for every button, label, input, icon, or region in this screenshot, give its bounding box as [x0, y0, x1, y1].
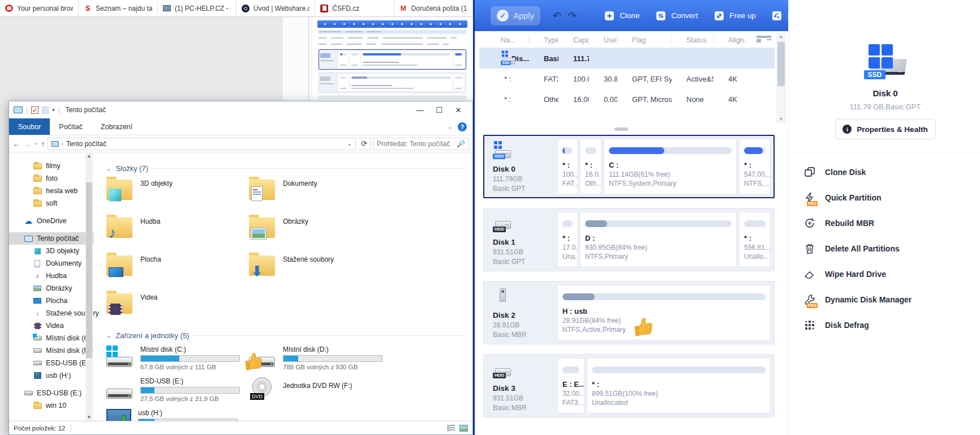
scroll-down-icon[interactable]: ▼ — [85, 414, 93, 421]
nav-item-esd-usb-e[interactable]: ESD-USB (E:) — [9, 357, 94, 369]
partition-cell[interactable]: * : 100.... FAT... — [557, 139, 578, 194]
nav-item-hudba[interactable]: ♪Hudba — [9, 270, 94, 282]
up-button[interactable]: ↑ — [41, 139, 45, 148]
tab-pocitac[interactable]: Počítač — [50, 118, 92, 135]
thumbnail-view-icon[interactable] — [459, 425, 468, 432]
col-flag[interactable]: Flag — [617, 36, 672, 45]
nav-item-win-10[interactable]: win 10 — [9, 399, 94, 412]
col-capacity[interactable]: Capa... — [558, 36, 589, 45]
nav-item-disk-c[interactable]: Místní disk (C:) — [9, 332, 94, 344]
table-header[interactable]: Na... Type Capa... Used... Flag Status A… — [479, 33, 775, 48]
col-align[interactable]: Align... — [713, 36, 746, 45]
menu-delete-all-partitions[interactable]: Delete All Partitions — [803, 236, 980, 261]
disk3-box[interactable]: HDD Disk 3 931.51GB Basic MBR E : E... 3… — [483, 354, 775, 417]
column-layout-icon[interactable] — [757, 36, 771, 45]
nav-item-plocha[interactable]: Plocha — [9, 295, 94, 307]
menu-clone-disk[interactable]: Clone Disk — [803, 159, 980, 185]
disk2-box[interactable]: Disk 2 28.91GB Basic MBR H : usb 28.91GB… — [483, 281, 775, 344]
properties-health-button[interactable]: i Properties & Health — [835, 119, 936, 139]
menu-disk-defrag[interactable]: Disk Defrag — [803, 312, 980, 338]
scrollbar-thumb[interactable] — [86, 182, 92, 358]
nav-item-disk-d[interactable]: Místní disk (D:) — [9, 344, 94, 357]
partition-cell[interactable]: * : 16.0... Oth... — [580, 139, 601, 194]
maximize-button[interactable]: ☐ — [429, 106, 449, 114]
scroll-up-icon[interactable]: ▲ — [85, 153, 93, 160]
nav-item-soft[interactable]: soft — [9, 197, 94, 210]
partition-cell[interactable]: * : 17.0... Una... — [557, 212, 578, 267]
minimize-button[interactable]: — — [410, 106, 429, 114]
folder-tile-3d-objekty[interactable]: 3D objekty — [106, 178, 249, 216]
disk0-box[interactable]: SSD Disk 0 111.79GB Basic GPT * : 100...… — [483, 135, 775, 198]
partition-cell[interactable]: * : 547.00... NTFS,... — [739, 139, 771, 194]
nav-scrollbar[interactable]: ▲ ▼ — [85, 153, 93, 421]
partition-cell-e[interactable]: E : E... 32.00... FAT3... — [557, 358, 584, 413]
browser-tab[interactable]: ČSFD.cz — [315, 0, 394, 16]
partition-cell[interactable]: * : 899.51GB(100% free) Unallocated — [587, 358, 771, 413]
drive-tile-f-dvd[interactable]: DVD Jednotka DVD RW (F:) — [249, 377, 392, 409]
address-dropdown-caret[interactable]: ⌄ — [347, 140, 352, 147]
convert-button[interactable]: Convert — [655, 10, 698, 22]
breadcrumb[interactable]: Tento počítač — [66, 140, 106, 148]
drive-tile-d[interactable]: Místní disk (D:) 788 GB volných z 930 GB — [249, 346, 392, 377]
devices-group-header[interactable]: ⌄ Zařízení a jednotky (5) — [106, 331, 472, 340]
new-folder-quick-icon[interactable] — [42, 106, 49, 114]
disk1-box[interactable]: HDD Disk 1 931.51GB Basic GPT * : 17.0..… — [483, 208, 775, 271]
folder-tile-stazene-soubory[interactable]: ⬇ Stažené soubory — [249, 254, 392, 292]
nav-item-foto[interactable]: foto — [9, 172, 94, 185]
col-status[interactable]: Status — [672, 36, 713, 45]
folder-tile-videa[interactable]: Videa — [106, 292, 249, 330]
drive-tile-e[interactable]: ESD-USB (E:) 27,5 GB volných z 31,9 GB — [106, 377, 249, 409]
tab-soubor[interactable]: Soubor — [9, 118, 50, 135]
col-used[interactable]: Used... — [589, 36, 617, 45]
explorer-title-bar[interactable]: | ✓ ▾ | Tento počítač — ☐ ✕ — [9, 101, 472, 118]
menu-dynamic-disk-manager[interactable]: PRO Dynamic Disk Manager — [803, 287, 980, 312]
browser-tab[interactable]: (1) PC-HELP.CZ - O... — [158, 0, 237, 16]
forward-button[interactable]: → — [24, 139, 32, 148]
address-bar[interactable]: › Tento počítač ⌄ — [48, 138, 356, 150]
folder-tile-hudba[interactable]: ♪ Hudba — [106, 216, 249, 254]
nav-item-dokumenty[interactable]: Dokumenty — [9, 257, 94, 270]
search-input[interactable]: Prohledat: Tento počítač 🔎 — [373, 138, 469, 150]
help-icon[interactable]: ? — [458, 122, 467, 131]
apply-button[interactable]: ✓ Apply — [491, 6, 540, 25]
back-button[interactable]: ← — [12, 139, 20, 148]
browser-tab[interactable]: Úvod | Webshare.cz... — [237, 0, 315, 16]
scroll-down-icon[interactable]: ▼ — [776, 116, 786, 123]
folder-tile-plocha[interactable]: Plocha — [106, 254, 249, 292]
nav-item-stazene-soubory[interactable]: ↓Stažené soubory — [9, 307, 94, 319]
drive-tile-h-usb[interactable]: usb (H:) 24,3 GB volných z 28,9 GB — [106, 409, 249, 421]
customize-toolbar-caret[interactable]: ▾ — [52, 107, 55, 113]
nav-item-hesla-web[interactable]: hesla web — [9, 185, 94, 197]
partition-cell-d[interactable]: D : 930.95GB(84% free) NTFS,Primary — [580, 212, 737, 267]
partition-cell-h[interactable]: H : usb 28.91GB(84% free) NTFS,Active,Pr… — [557, 285, 771, 340]
details-view-icon[interactable] — [447, 425, 455, 432]
folder-tile-dokumenty[interactable]: Dokumenty — [249, 178, 392, 216]
browser-tab[interactable]: Your personal brow... — [0, 0, 79, 16]
scrollbar-thumb[interactable] — [777, 42, 785, 86]
redo-button[interactable]: ↷ — [568, 10, 577, 22]
folder-tile-obrazky[interactable]: Obrázky — [249, 216, 392, 254]
nav-item-3d-objekty[interactable]: 3D objekty — [9, 245, 94, 257]
col-type[interactable]: Type — [529, 36, 558, 45]
browser-tab[interactable]: S Seznam – najdu ta... — [79, 0, 157, 16]
folders-group-header[interactable]: ⌄ Složky (7) — [106, 164, 472, 173]
drive-tile-c[interactable]: Místní disk (C:) 67,8 GB volných z 111 G… — [106, 346, 249, 377]
partition-cell[interactable]: * : 556.81... Unallo... — [739, 212, 771, 267]
ribbon-collapse-chevron[interactable]: ⌄ — [448, 124, 452, 130]
undo-button[interactable]: ↶ — [553, 10, 561, 22]
nav-item-obrazky[interactable]: Obrázky — [9, 282, 94, 295]
clone-button[interactable]: Clone — [604, 10, 639, 22]
free-up-button[interactable]: Free up — [713, 10, 756, 22]
table-scrollbar[interactable]: ▲ ▼ — [776, 33, 786, 123]
pane-splitter-handle[interactable] — [614, 127, 628, 131]
partition-cell-c[interactable]: C : 111.14GB(61% free) NTFS,System,Prima… — [604, 139, 737, 194]
nav-item-esd-usb-e-device[interactable]: ESD-USB (E:) — [9, 387, 94, 399]
browser-tab[interactable]: M Doručená pošta (13... — [394, 0, 473, 16]
table-row-partition[interactable]: * : FAT32 100.0... 30.80... GPT, EFI Sys… — [479, 69, 775, 89]
table-row-disk0[interactable]: SSDDis... Basi... 111.79... — [479, 48, 775, 69]
table-row-partition[interactable]: * : Other 16.00... 0.00... GPT, Micros..… — [479, 89, 775, 109]
nav-item-onedrive[interactable]: ☁OneDrive — [9, 215, 94, 227]
menu-quick-partition[interactable]: PRO Quick Partition — [803, 185, 980, 210]
history-caret[interactable]: ▾ — [35, 141, 38, 147]
menu-rebuild-mbr[interactable]: Rebuild MBR — [803, 210, 980, 236]
